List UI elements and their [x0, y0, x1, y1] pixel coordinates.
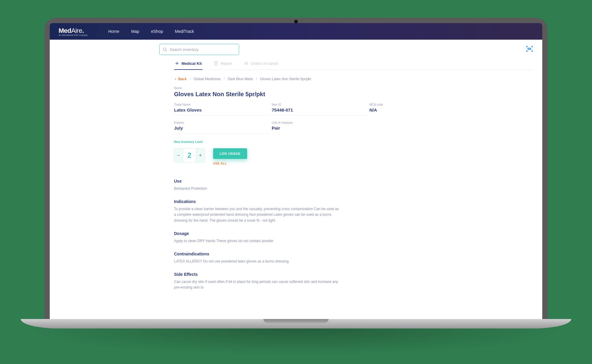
use-body: Biohazard Protection [174, 186, 340, 191]
inventory-row: − 2 + LOG USAGE USE ALL [174, 148, 533, 165]
field-trade-name: Trade Name Latex Gloves [174, 103, 269, 116]
field-expires: Expires July [174, 121, 269, 134]
report-icon [214, 61, 218, 66]
use-title: Use [174, 179, 340, 183]
toolbar-row [50, 40, 542, 55]
section-indications: Indications To provide a clean barrier b… [174, 199, 340, 223]
quantity-value: 2 [183, 148, 196, 162]
tab-label: Report [221, 61, 232, 66]
tab-label: Orders in transit [251, 61, 278, 66]
medical-kit-icon [175, 61, 179, 66]
crumb-sep: / [190, 77, 191, 81]
breadcrumb: Back / Global Medicines / Dark Blue Meds… [174, 77, 533, 81]
tab-label: Medical Kit [181, 61, 202, 66]
side-effects-title: Side Effects [174, 272, 340, 277]
crumb-sep: / [256, 77, 257, 81]
main-nav: Home Map eShop MediTrack [108, 29, 194, 34]
laptop-screen: MedAire. An International SOS Company Ho… [50, 23, 542, 319]
tab-medical-kit[interactable]: Medical Kit [174, 58, 202, 70]
laptop-mockup: MedAire. An International SOS Company Ho… [44, 18, 548, 355]
section-dosage: Dosage Apply to clean DRY hands These gl… [174, 231, 340, 244]
chevron-left-icon [174, 78, 177, 80]
increment-button[interactable]: + [196, 148, 205, 162]
orders-icon [244, 61, 249, 66]
dosage-body: Apply to clean DRY hands These gloves do… [174, 238, 340, 244]
barcode-scan-icon[interactable] [526, 45, 533, 54]
field-item-id: Item ID 75448-071 [272, 103, 366, 116]
inventory-level-label: New Inventory Level [174, 140, 533, 144]
brand-name-bold: Med [59, 27, 71, 34]
indications-body: To provide a clean barrier between you a… [174, 206, 340, 223]
main-content: Medical Kit Report Orders in transit [50, 55, 542, 291]
brand-logo[interactable]: MedAire. An International SOS Company [59, 27, 88, 36]
page-title: Gloves Latex Non Sterile 5pr/pkt [174, 91, 533, 98]
log-column: LOG USAGE USE ALL [213, 148, 247, 165]
laptop-hinge-notch [263, 319, 329, 323]
info-sections: Use Biohazard Protection Indications To … [174, 179, 340, 291]
quantity-stepper: − 2 + [174, 148, 205, 162]
indications-title: Indications [174, 199, 340, 204]
decrement-button[interactable]: − [174, 148, 183, 162]
nav-meditrack[interactable]: MediTrack [175, 29, 194, 34]
crumb-dark-blue-meds[interactable]: Dark Blue Meds [228, 77, 253, 81]
crumb-sep: / [224, 77, 225, 81]
crumb-global-medicines[interactable]: Global Medicines [194, 77, 221, 81]
laptop-shadow [21, 328, 571, 355]
item-id-label: Item ID [272, 103, 366, 106]
field-mca: MCA code N/A [369, 103, 464, 116]
nav-map[interactable]: Map [131, 29, 139, 34]
section-side-effects: Side Effects Can cause dry skin if used … [174, 272, 340, 290]
contraindications-body: LATEX ALLERGY Do not use powdered latex … [174, 259, 340, 264]
nav-home[interactable]: Home [108, 29, 119, 34]
expires-label: Expires [174, 121, 269, 124]
app-body: Medical Kit Report Orders in transit [50, 40, 542, 319]
use-all-link[interactable]: USE ALL [213, 162, 227, 165]
name-label: Name [174, 86, 533, 90]
uom-value: Pair [272, 125, 366, 133]
nav-eshop[interactable]: eShop [151, 29, 163, 34]
trade-name-label: Trade Name [174, 103, 269, 106]
back-label: Back [178, 77, 187, 81]
app-header: MedAire. An International SOS Company Ho… [50, 23, 542, 40]
app-root: MedAire. An International SOS Company Ho… [50, 23, 542, 319]
item-id-value: 75448-071 [272, 107, 366, 116]
crumb-current: Gloves Latex Non Sterile 5pr/pkt [260, 77, 311, 81]
tab-orders-in-transit[interactable]: Orders in transit [243, 58, 279, 70]
section-use: Use Biohazard Protection [174, 179, 340, 191]
section-contraindications: Contraindications LATEX ALLERGY Do not u… [174, 252, 340, 264]
svg-line-1 [166, 50, 167, 51]
field-uom: Unit of measure Pair [272, 121, 366, 134]
tabs: Medical Kit Report Orders in transit [174, 58, 533, 70]
trade-name-value: Latex Gloves [174, 107, 269, 116]
side-effects-body: Can cause dry skin if used often If let … [174, 279, 340, 290]
search-input[interactable] [170, 47, 236, 52]
brand-subtitle: An International SOS Company [59, 34, 88, 36]
expires-value: July [174, 125, 269, 134]
search-box[interactable] [159, 44, 239, 55]
mca-label: MCA code [369, 103, 464, 106]
tab-report[interactable]: Report [213, 58, 233, 70]
brand-name-light: Aire [71, 27, 82, 34]
laptop-bezel: MedAire. An International SOS Company Ho… [44, 18, 548, 319]
uom-label: Unit of measure [272, 121, 366, 124]
mca-value: N/A [369, 107, 464, 115]
dosage-title: Dosage [174, 231, 340, 236]
item-details-grid: Trade Name Latex Gloves Item ID 75448-07… [174, 103, 533, 134]
back-link[interactable]: Back [174, 77, 187, 81]
contraindications-title: Contraindications [174, 252, 340, 256]
search-icon [163, 47, 167, 52]
laptop-base [21, 319, 571, 328]
brand-name: MedAire. [59, 27, 88, 35]
log-usage-button[interactable]: LOG USAGE [213, 148, 247, 159]
